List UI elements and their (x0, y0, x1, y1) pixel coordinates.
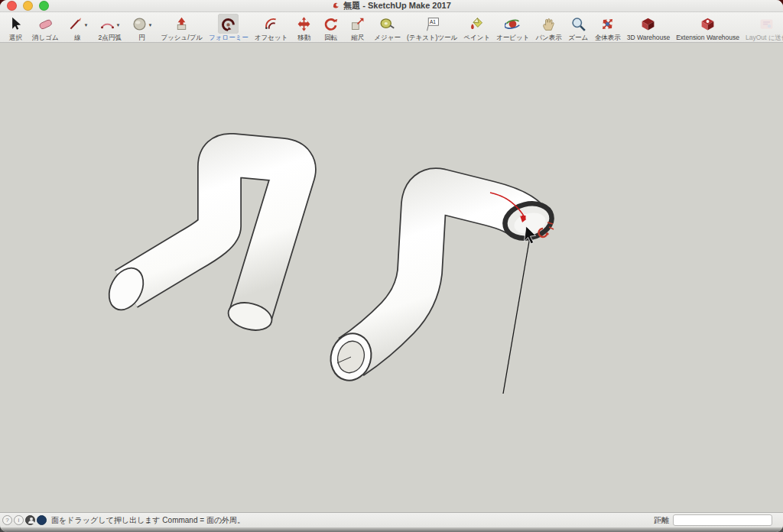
followme-icon (220, 16, 236, 32)
text-icon: A1 (424, 16, 440, 32)
status-indicator-icon[interactable] (37, 515, 47, 525)
toolbar-button-pan[interactable]: パン表示 (532, 13, 564, 43)
toolbar-button-followme[interactable]: フォローミー (206, 13, 252, 43)
toolbar-button-label: ズーム (568, 34, 588, 43)
toolbar-button-offset[interactable]: オフセット (252, 13, 291, 43)
fullscreen-button[interactable] (39, 1, 49, 11)
zoom-extents-icon (599, 16, 616, 32)
toolbar-button-label: 2点円弧 (98, 34, 121, 43)
inference-guide-line (503, 232, 531, 394)
eraser-icon (37, 16, 54, 32)
send-layout-icon (759, 16, 775, 32)
traffic-lights (7, 1, 49, 11)
toolbar-button-label: 消しゴム (32, 34, 59, 43)
toolbar-button-3d-warehouse[interactable]: 3D Warehouse (624, 13, 673, 41)
select-cursor-icon (8, 16, 24, 32)
statusbar: ?i 面をドラッグして押し出します Command = 面の外周。 距離 (0, 512, 783, 527)
toolbar-button-arc2pt[interactable]: ▼2点円弧 (94, 13, 126, 43)
chevron-down-icon: ▼ (148, 23, 153, 28)
toolbar-button-extension-warehouse[interactable]: Extension Warehouse (673, 13, 742, 41)
toolbar-button-label: (テキスト)ツール (407, 34, 457, 43)
scale-icon (349, 16, 366, 32)
toolbar-button-measure[interactable]: メジャー (371, 13, 404, 43)
toolbar-button-label: 選択 (9, 34, 22, 43)
toolbar-button-line[interactable]: ▼線 (62, 13, 94, 43)
sketchup-logo-icon (332, 2, 340, 10)
toolbar-button-rotate[interactable]: 回転 (317, 13, 344, 43)
offset-icon (263, 16, 279, 32)
move-icon (296, 16, 312, 32)
toolbar-button-zoom[interactable]: ズーム (565, 13, 592, 43)
toolbar-button-label: 縮尺 (351, 34, 364, 43)
minimize-button[interactable] (23, 1, 33, 11)
toolbar-button-label: パン表示 (535, 34, 561, 43)
window-title-text: 無題 - SketchUp Make 2017 (343, 0, 451, 11)
zoom-icon (570, 16, 586, 32)
pushpull-icon (174, 16, 190, 32)
chevron-down-icon: ▼ (84, 23, 89, 28)
account-icon[interactable] (25, 515, 35, 525)
toolbar-button-label: プッシュ/プル (161, 34, 203, 43)
toolbar-button-move[interactable]: 移動 (291, 13, 317, 43)
status-hint: 面をドラッグして押し出します Command = 面の外周。 (51, 515, 245, 526)
pan-icon (541, 16, 557, 32)
warehouse-icon (640, 16, 656, 32)
svg-text:A1: A1 (430, 19, 436, 24)
toolbar-button-label: オフセット (255, 34, 288, 43)
toolbar-button-label: Extension Warehouse (676, 34, 739, 41)
measure-icon (379, 16, 395, 32)
measurement-label: 距離 (654, 515, 669, 526)
toolbar-button-send-to-layout: LayOut に送信 (742, 13, 783, 43)
info-icon[interactable]: i (14, 515, 24, 525)
toolbar-button-paint[interactable]: ペイント (460, 13, 493, 43)
close-button[interactable] (7, 1, 17, 11)
toolbar-items: 選択消しゴム▼線▼2点円弧▼円プッシュ/プルフォローミーオフセット移動回転縮尺メ… (0, 12, 783, 43)
toolbar-button-scale[interactable]: 縮尺 (344, 13, 371, 43)
toolbar-button-label: LayOut に送信 (746, 34, 783, 43)
rotate-icon (323, 16, 339, 32)
toolbar-button-select[interactable]: 選択 (2, 13, 29, 43)
toolbar-button-orbit[interactable]: オービット (493, 13, 532, 43)
toolbar-button-label: オービット (496, 34, 529, 43)
toolbar-button-label: メジャー (374, 34, 401, 43)
toolbar-button-label: 全体表示 (595, 34, 621, 43)
measurement-input[interactable] (673, 514, 772, 526)
window-title: 無題 - SketchUp Make 2017 (0, 0, 783, 11)
toolbar-button-eraser[interactable]: 消しゴム (29, 13, 62, 43)
toolbar-button-zoom-extents[interactable]: 全体表示 (592, 13, 624, 43)
left-bent-tube[interactable] (102, 155, 294, 335)
chevron-down-icon: ▼ (116, 23, 121, 28)
sketchup-window: 無題 - SketchUp Make 2017 選択消しゴム▼線▼2点円弧▼円プ… (0, 0, 783, 532)
toolbar-button-label: フォローミー (209, 34, 249, 43)
circle-icon (132, 16, 148, 32)
help-icon[interactable]: ? (2, 515, 12, 525)
toolbar-button-label: 円 (138, 34, 145, 43)
line-icon (67, 16, 83, 32)
toolbar-button-label: 線 (74, 34, 81, 43)
titlebar[interactable]: 無題 - SketchUp Make 2017 (0, 0, 783, 12)
toolbar-button-label: 3D Warehouse (627, 34, 670, 41)
measurement-box: 距離 (654, 514, 772, 526)
arc-icon (99, 16, 115, 32)
statusbar-icons: ?i (2, 515, 47, 525)
toolbar-button-label: ペイント (463, 34, 490, 43)
viewport-canvas[interactable] (0, 43, 783, 515)
paint-icon (469, 16, 485, 32)
toolbar-button-text[interactable]: A1(テキスト)ツール (404, 13, 460, 43)
viewport[interactable] (0, 43, 783, 512)
toolbar-button-circle[interactable]: ▼円 (126, 13, 158, 43)
toolbar-button-pushpull[interactable]: プッシュ/プル (158, 13, 206, 43)
extension-warehouse-icon (700, 16, 716, 32)
toolbar-button-label: 回転 (324, 34, 337, 43)
toolbar-button-label: 移動 (297, 34, 310, 43)
window-bottom-edge (0, 527, 783, 532)
orbit-icon (505, 16, 521, 32)
